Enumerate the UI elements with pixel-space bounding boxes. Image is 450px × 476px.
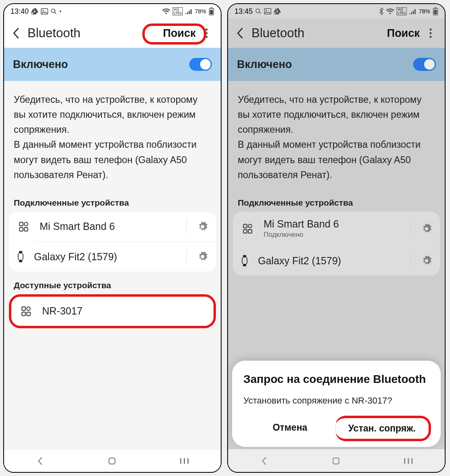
device-name: NR-3017 [42, 305, 209, 317]
pairing-dialog: Запрос на соединение Bluetooth Установит… [232, 361, 441, 447]
nav-recent[interactable] [180, 457, 189, 465]
gdrive-icon [31, 8, 38, 15]
device-settings-button[interactable] [197, 221, 211, 232]
toggle-switch[interactable] [189, 58, 212, 71]
svg-point-27 [430, 36, 432, 38]
gdrive-icon [274, 8, 281, 15]
toggle-label: Включено [13, 58, 68, 71]
divider [410, 221, 411, 236]
svg-rect-16 [22, 312, 25, 316]
device-row-nr3017[interactable]: NR-3017 [11, 297, 213, 326]
watch-icon [9, 251, 27, 263]
nav-back[interactable] [260, 457, 268, 465]
dot-icon: • [59, 8, 61, 15]
more-button[interactable] [429, 28, 441, 38]
volte-icon: Vo)LTE1 [173, 7, 183, 15]
status-time: 13:40 [11, 7, 29, 16]
search-status-icon [255, 8, 262, 15]
device-grid-icon [239, 223, 257, 234]
search-button[interactable]: Поиск [384, 26, 423, 40]
svg-rect-28 [243, 224, 247, 228]
svg-rect-23 [434, 10, 437, 14]
svg-point-10 [24, 222, 28, 226]
device-settings-button[interactable] [421, 223, 435, 234]
section-connected-title: Подключенные устройства [4, 189, 221, 212]
svg-point-29 [248, 224, 252, 228]
app-header: Bluetooth Поиск [4, 19, 221, 48]
svg-rect-33 [333, 458, 339, 464]
nav-recent[interactable] [404, 457, 413, 465]
battery-percent: 78% [195, 8, 206, 15]
search-button[interactable]: Поиск [160, 26, 199, 40]
svg-point-21 [266, 10, 267, 11]
device-row-fit2[interactable]: Galaxy Fit2 (1579) [33, 242, 216, 272]
svg-rect-11 [19, 227, 23, 231]
svg-rect-18 [109, 458, 115, 464]
connected-devices-card: Mi Smart Band 6 Подключено Galaxy Fit2 (… [233, 212, 440, 276]
device-name: Mi Smart Band 6 [264, 218, 400, 230]
app-header: Bluetooth Поиск [228, 19, 445, 48]
image-icon [41, 8, 48, 15]
bluetooth-status-icon [379, 8, 384, 15]
connected-devices-card: Mi Smart Band 6 Galaxy Fit2 (1579) [9, 212, 216, 272]
svg-rect-9 [19, 222, 23, 226]
page-title: Bluetooth [27, 26, 153, 40]
highlight-available-device: NR-3017 [9, 294, 216, 328]
device-name: Mi Smart Band 6 [40, 221, 176, 232]
nav-home[interactable] [332, 457, 340, 465]
device-name: Galaxy Fit2 (1579) [258, 255, 400, 267]
back-button[interactable] [11, 28, 21, 39]
svg-rect-17 [27, 312, 30, 316]
svg-point-19 [256, 9, 260, 13]
device-row-miband[interactable]: Mi Smart Band 6 Подключено [233, 212, 440, 246]
phone-screen-1: 13:40 • Vo)LTE1 78% Bluetooth Поиск [3, 3, 222, 473]
back-button[interactable] [235, 28, 245, 39]
more-button[interactable] [205, 28, 217, 38]
search-status-icon [51, 8, 57, 15]
image-icon [264, 8, 271, 15]
status-bar: 13:40 • Vo)LTE1 78% [4, 4, 221, 19]
pair-button[interactable]: Устан. сопряж. [335, 416, 431, 441]
cancel-button[interactable]: Отмена [243, 417, 337, 440]
divider [410, 253, 411, 268]
device-grid-icon [17, 306, 36, 317]
toggle-switch[interactable] [413, 58, 436, 71]
dialog-title: Запрос на соединение Bluetooth [243, 372, 429, 387]
status-time: 13:45 [235, 7, 253, 16]
nav-bar [4, 449, 221, 472]
device-grid-icon [15, 221, 33, 232]
svg-rect-14 [22, 307, 25, 310]
svg-rect-12 [24, 227, 28, 231]
bluetooth-toggle-row[interactable]: Включено [4, 48, 221, 81]
info-text: Убедитесь, что на устройстве, к которому… [4, 81, 221, 189]
signal-icon [185, 8, 192, 14]
page-title: Bluetooth [251, 26, 377, 40]
nav-home[interactable] [108, 457, 116, 465]
svg-point-15 [27, 307, 30, 310]
signal-icon [409, 8, 416, 14]
divider [186, 249, 187, 264]
device-row-fit2[interactable]: Galaxy Fit2 (1579) [257, 246, 440, 276]
svg-rect-32 [242, 257, 247, 264]
nav-back[interactable] [36, 457, 44, 465]
battery-icon [209, 7, 214, 15]
svg-point-26 [430, 32, 432, 34]
svg-rect-5 [211, 7, 212, 8]
divider [186, 219, 187, 234]
toggle-label: Включено [237, 58, 292, 71]
section-connected-title: Подключенные устройства [228, 189, 445, 212]
phone-screen-2: 13:45 Vo)LTE1 78% Bluetooth Поиск Включе… [227, 3, 446, 473]
bluetooth-toggle-row[interactable]: Включено [228, 48, 445, 81]
device-settings-button[interactable] [197, 251, 211, 262]
device-settings-button[interactable] [421, 255, 435, 266]
svg-point-1 [42, 10, 44, 11]
device-status: Подключено [264, 231, 400, 239]
volte-icon: Vo)LTE1 [397, 7, 407, 15]
info-text: Убедитесь, что на устройстве, к которому… [228, 81, 445, 189]
svg-point-7 [206, 32, 208, 34]
svg-rect-13 [18, 253, 23, 260]
battery-percent: 78% [419, 8, 430, 15]
device-row-miband[interactable]: Mi Smart Band 6 [9, 212, 216, 242]
svg-point-8 [206, 36, 208, 38]
svg-rect-31 [248, 230, 252, 233]
